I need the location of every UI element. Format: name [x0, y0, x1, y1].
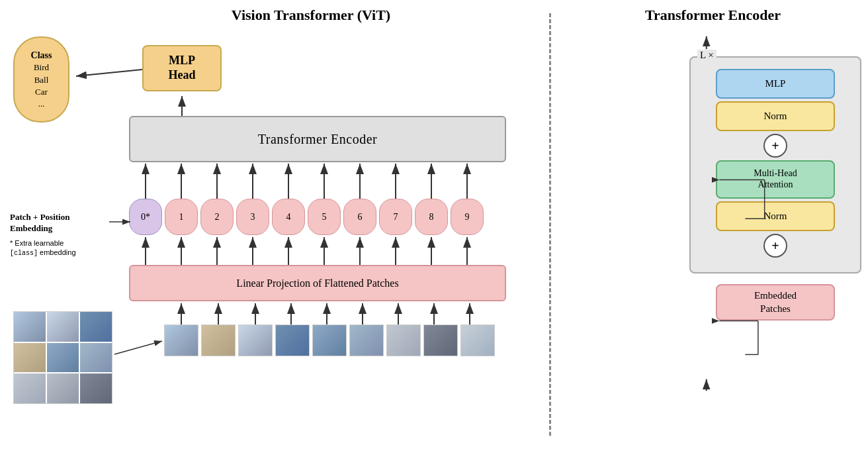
enc-mlp-label: MLP: [765, 78, 786, 89]
token-1: 1: [165, 199, 198, 235]
flat-patch-8: [460, 324, 495, 356]
enc-attention-box: Multi-HeadAttention: [716, 160, 835, 199]
class-label: Class: [31, 49, 52, 62]
flat-patch-7: [423, 324, 458, 356]
enc-mlp-box: MLP: [716, 69, 835, 99]
enc-norm-label-1: Norm: [764, 111, 787, 122]
class-item-ball: Ball: [34, 74, 49, 86]
enc-plus-circle-2: +: [763, 234, 787, 258]
flat-patch-4: [312, 324, 347, 356]
enc-norm-box-1: Norm: [716, 101, 835, 131]
token-8: 8: [415, 199, 448, 235]
source-patch-2: [80, 312, 112, 342]
enc-norm-box-2: Norm: [716, 201, 835, 231]
vit-title: Vision Transformer (ViT): [13, 7, 529, 24]
token-6: 6: [343, 199, 376, 235]
patch-position-label: Patch + PositionEmbedding: [10, 212, 106, 234]
flat-patch-5: [349, 324, 384, 356]
transformer-encoder-box: Transformer Encoder: [129, 116, 506, 162]
encoder-detail-diagram: L × MLP Norm + Multi-H: [689, 30, 861, 321]
token-4: 4: [272, 199, 305, 235]
encoder-title: Transformer Encoder: [571, 7, 855, 24]
embedded-patches-box: EmbeddedPatches: [716, 284, 835, 321]
image-patches-flat: [164, 324, 495, 356]
flat-patch-1: [201, 324, 236, 356]
svg-line-33: [114, 341, 162, 354]
plus-symbol-1: +: [771, 138, 779, 154]
flat-patch-6: [386, 324, 421, 356]
class-output-box: Class Bird Ball Car ...: [13, 36, 69, 123]
source-patch-5: [80, 343, 112, 373]
vit-section: Vision Transformer (ViT) Class Bird Ball…: [0, 0, 542, 449]
token-3: 3: [236, 199, 269, 235]
class-item-car: Car: [35, 86, 48, 98]
source-patch-6: [14, 374, 46, 403]
flat-patch-3: [275, 324, 310, 356]
source-patch-4: [47, 343, 79, 373]
class-item-bird: Bird: [34, 62, 49, 74]
source-patch-8: [80, 374, 112, 403]
source-patch-0: [14, 312, 46, 342]
svg-line-2: [76, 70, 142, 76]
flat-patch-0: [164, 324, 198, 356]
flat-patch-2: [238, 324, 273, 356]
enc-norm-label-2: Norm: [764, 211, 787, 222]
linear-projection-box: Linear Projection of Flattened Patches: [129, 265, 506, 301]
image-patches-source: [13, 311, 112, 404]
token-2: 2: [200, 199, 234, 235]
lx-label: L ×: [697, 50, 716, 61]
class-item-ellipsis: ...: [38, 98, 45, 110]
mlp-head-box: MLPHead: [142, 45, 222, 91]
source-patch-3: [14, 343, 46, 373]
mlp-head-label: MLPHead: [168, 54, 195, 82]
token-9: 9: [451, 199, 484, 235]
tokens-row: 0* 1 2 3 4 5 6 7 8 9: [129, 199, 484, 235]
token-5: 5: [308, 199, 341, 235]
source-patch-1: [47, 312, 79, 342]
extra-learnable-note: * Extra learnable[class] embedding: [10, 238, 112, 258]
patch-position-text: Patch + PositionEmbedding: [10, 212, 69, 233]
encoder-block: MLP Norm + Multi-HeadAttention: [704, 68, 847, 259]
embedded-patches-label: EmbeddedPatches: [754, 289, 797, 315]
encoder-outer-box: L × MLP Norm + Multi-H: [689, 56, 861, 274]
linear-projection-label: Linear Projection of Flattened Patches: [236, 277, 398, 289]
section-divider: [549, 13, 551, 436]
token-0: 0*: [129, 199, 162, 235]
encoder-section: Transformer Encoder L × MLP Norm +: [558, 0, 868, 449]
enc-plus-circle-1: +: [763, 134, 787, 158]
transformer-encoder-label: Transformer Encoder: [258, 132, 377, 147]
plus-symbol-2: +: [771, 238, 779, 254]
enc-attention-label: Multi-HeadAttention: [754, 168, 797, 191]
main-container: Vision Transformer (ViT) Class Bird Ball…: [0, 0, 868, 449]
source-patch-7: [47, 374, 79, 403]
token-7: 7: [379, 199, 412, 235]
